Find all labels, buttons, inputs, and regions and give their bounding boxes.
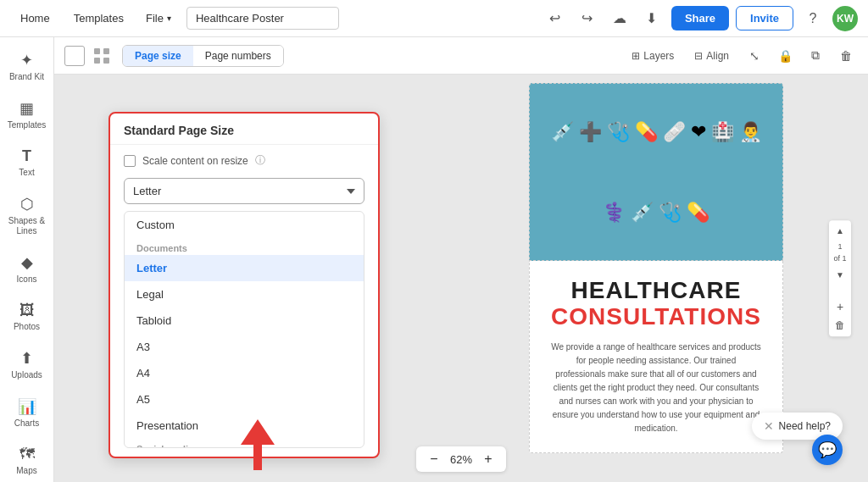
dropdown-body: Scale content on resize ⓘ Letter Custom … (110, 145, 378, 457)
svg-rect-0 (94, 48, 100, 54)
red-arrow-indicator (236, 419, 279, 474)
scroll-up-button[interactable]: ▲ (832, 224, 848, 239)
svg-marker-4 (241, 419, 275, 470)
text-icon: T (22, 147, 31, 165)
file-label: File (146, 12, 164, 25)
delete-page-button[interactable]: 🗑 (832, 318, 848, 333)
document-title-input[interactable] (186, 7, 339, 30)
topbar: Home Templates File ▾ ↩ ↪ ☁ ⬇ Share Invi… (0, 0, 868, 37)
svg-rect-3 (103, 58, 109, 64)
canvas-poster: 💉 ➕ 🩺 💊 🩹 ❤ 🏥 👨‍⚕️ ⚕️ 💉 🩺 💊 HEALTHCARE (529, 83, 783, 453)
scale-info-icon[interactable]: ⓘ (255, 153, 265, 168)
nav-home[interactable]: Home (10, 7, 60, 30)
dropdown-header: Standard Page Size (110, 114, 378, 145)
page-current: 1 (837, 242, 842, 252)
sidebar-label-uploads: Uploads (11, 370, 42, 380)
sidebar-item-photos[interactable]: 🖼 Photos (3, 295, 51, 339)
list-item-a4[interactable]: A4 (125, 360, 364, 386)
file-chevron-icon: ▾ (167, 14, 171, 23)
sidebar-label-photos: Photos (14, 322, 40, 332)
tab-page-numbers[interactable]: Page numbers (193, 46, 283, 66)
poster-subtitle: CONSULTATIONS (550, 304, 762, 330)
sidebar-item-text[interactable]: T Text (3, 141, 51, 185)
invite-button[interactable]: Invite (736, 6, 793, 30)
sidebar-label-icons: Icons (17, 274, 37, 285)
sidebar-label-shapes: Shapes & Lines (7, 216, 47, 236)
lock-icon[interactable]: 🔒 (773, 44, 797, 68)
delete-icon[interactable]: 🗑 (834, 44, 858, 68)
poster-title: HEALTHCARE (550, 278, 762, 304)
add-page-button[interactable]: + (832, 299, 848, 314)
sidebar-item-icons[interactable]: ◆ Icons (3, 247, 51, 291)
section-label-documents: Documents (125, 238, 364, 255)
svg-rect-2 (94, 58, 100, 64)
page-size-list: Custom Documents Letter Legal Tabloid A3… (124, 211, 364, 448)
list-item-a3[interactable]: A3 (125, 334, 364, 360)
list-item-tabloid[interactable]: Tabloid (125, 307, 364, 334)
svg-rect-1 (103, 48, 109, 54)
align-button[interactable]: ⊟ Align (687, 47, 736, 65)
duplicate-icon[interactable]: ⧉ (804, 44, 827, 68)
page-grid-toggle[interactable] (92, 46, 112, 66)
align-icon: ⊟ (694, 50, 703, 62)
zoom-out-button[interactable]: − (425, 450, 443, 468)
scroll-down-button[interactable]: ▼ (832, 267, 848, 282)
help-label: Need help? (779, 420, 831, 432)
canvas-area: Standard Page Size Scale content on resi… (54, 75, 868, 482)
sidebar-item-maps[interactable]: 🗺 Maps (3, 439, 51, 482)
main-layout: ✦ Brand Kit ▦ Templates T Text ⬡ Shapes … (0, 37, 868, 482)
sidebar-label-maps: Maps (16, 466, 36, 476)
zoom-bar: − 62% + (416, 446, 506, 472)
layers-icon: ⊞ (632, 50, 640, 62)
undo-button[interactable]: ↩ (542, 6, 568, 31)
sidebar-item-uploads[interactable]: ⬆ Uploads (3, 342, 51, 387)
charts-icon: 📊 (18, 397, 36, 416)
sidebar-label-charts: Charts (14, 418, 39, 429)
align-label: Align (706, 50, 729, 62)
list-item-a5[interactable]: A5 (125, 386, 364, 413)
icons-icon: ◆ (21, 253, 33, 272)
cloud-icon[interactable]: ☁ (607, 6, 632, 31)
layers-label: Layers (643, 50, 674, 62)
page-size-select[interactable]: Letter (124, 178, 364, 204)
download-icon[interactable]: ⬇ (639, 6, 665, 31)
list-item-custom[interactable]: Custom (125, 212, 364, 238)
sidebar-item-shapes-lines[interactable]: ⬡ Shapes & Lines (3, 188, 51, 243)
page-size-dropdown-panel: Standard Page Size Scale content on resi… (108, 112, 380, 458)
scale-label: Scale content on resize (142, 155, 248, 167)
sidebar-item-charts[interactable]: 📊 Charts (3, 391, 51, 435)
nav-templates[interactable]: Templates (64, 7, 134, 30)
sidebar: ✦ Brand Kit ▦ Templates T Text ⬡ Shapes … (0, 37, 54, 482)
maps-icon: 🗺 (19, 446, 35, 463)
chat-button[interactable]: 💬 (812, 435, 843, 465)
sidebar-label-text: Text (19, 168, 34, 178)
avatar[interactable]: KW (832, 6, 858, 31)
tab-page-size[interactable]: Page size (123, 46, 193, 66)
resize-icon[interactable]: ⤡ (743, 44, 766, 68)
page-total: of 1 (833, 255, 846, 264)
help-icon[interactable]: ? (800, 6, 826, 31)
sidebar-item-brand-kit[interactable]: ✦ Brand Kit (3, 44, 51, 89)
brand-kit-icon: ✦ (20, 51, 33, 69)
scale-row: Scale content on resize ⓘ (124, 153, 364, 168)
list-item-letter[interactable]: Letter (125, 255, 364, 281)
page-thumbnail-toggle[interactable] (64, 46, 85, 66)
topbar-nav: Home Templates File ▾ (10, 7, 180, 30)
share-button[interactable]: Share (671, 6, 729, 30)
sidebar-item-templates[interactable]: ▦ Templates (3, 92, 51, 137)
content-area: Page size Page numbers ⊞ Layers ⊟ Align … (54, 37, 868, 482)
redo-button[interactable]: ↪ (575, 6, 600, 31)
scale-checkbox[interactable] (124, 155, 136, 167)
toolbar: Page size Page numbers ⊞ Layers ⊟ Align … (54, 37, 868, 75)
sidebar-label-brand-kit: Brand Kit (9, 72, 44, 82)
page-toggle: Page size Page numbers (122, 45, 284, 67)
list-item-legal[interactable]: Legal (125, 281, 364, 307)
help-close-button[interactable]: ✕ (764, 419, 774, 433)
sidebar-label-templates: Templates (8, 120, 47, 130)
zoom-in-button[interactable]: + (479, 450, 498, 468)
nav-file[interactable]: File ▾ (137, 7, 180, 30)
toolbar-right: ⊞ Layers ⊟ Align ⤡ 🔒 ⧉ 🗑 (625, 44, 858, 68)
shapes-icon: ⬡ (20, 195, 34, 213)
layers-button[interactable]: ⊞ Layers (625, 47, 681, 65)
photos-icon: 🖼 (19, 302, 35, 319)
